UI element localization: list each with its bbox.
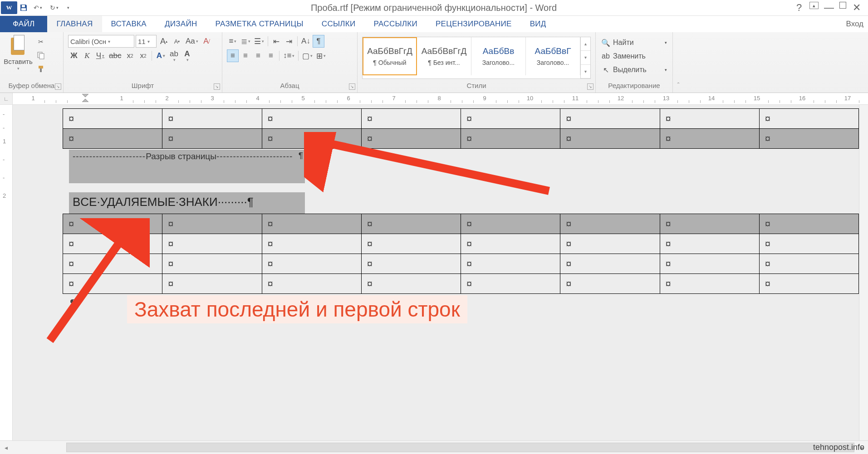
clipboard-dialog-launcher[interactable]: ↘ [55,83,61,90]
ruler-number: 17 [844,95,851,102]
select-button[interactable]: ↖Выделить ▾ [598,63,670,77]
binoculars-icon: 🔍 [601,39,610,47]
decrease-indent-button[interactable]: ⇤ [270,35,282,48]
borders-button[interactable]: ⊞▾ [315,49,327,62]
vertical-scrollbar[interactable] [859,105,868,440]
paragraph-dialog-launcher[interactable]: ↘ [349,83,355,90]
tab-file[interactable]: ФАЙЛ [0,16,47,32]
style-item[interactable]: АаБбВвГЗаголово... [526,37,580,75]
table-row[interactable]: ¤¤¤¤¤¤¤¤ [63,234,859,254]
styles-more-button[interactable]: ▴▾▾ [580,37,590,78]
group-label-editing: Редактирование [608,82,660,89]
find-button[interactable]: 🔍Найти ▾ [598,36,670,49]
table-row[interactable]: ¤¤¤¤¤¤¤¤ [63,214,859,234]
minimize-button[interactable]: — [824,2,834,14]
shading-button[interactable]: ▢▾ [301,49,314,62]
close-button[interactable]: ✕ [852,2,862,14]
ruler-number: 1 [31,95,34,102]
bold-button[interactable]: Ж [68,49,80,62]
document-area[interactable]: --1--2 ¤¤¤¤¤¤¤¤ ¤¤¤¤¤¤¤¤ ---------------… [0,105,868,440]
horizontal-ruler[interactable]: ∟ 11234567891011121314151617 [0,93,868,105]
save-button[interactable] [18,1,29,14]
scrollbar-thumb[interactable] [66,443,854,452]
tab-design[interactable]: ДИЗАЙН [156,16,206,32]
ruler-number: 1 [120,95,123,102]
replace-button[interactable]: abЗаменить [598,49,670,63]
maximize-button[interactable] [839,2,846,9]
redo-button[interactable]: ↻ ▾ [46,1,62,14]
clear-formatting-button[interactable]: A⧸ [201,35,213,48]
styles-dialog-launcher[interactable]: ↘ [587,83,593,90]
copy-button[interactable] [34,49,47,61]
vruler-mark: 2 [3,192,6,199]
svg-marker-6 [82,94,88,97]
cut-button[interactable]: ✂ [34,36,47,48]
table-1[interactable]: ¤¤¤¤¤¤¤¤ ¤¤¤¤¤¤¤¤ [63,108,859,149]
underline-button[interactable]: Ч▾ [94,49,106,62]
tab-review[interactable]: РЕЦЕНЗИРОВАНИЕ [427,16,521,32]
tab-mailings[interactable]: РАССЫЛКИ [365,16,427,32]
align-center-button[interactable]: ≡ [240,49,251,62]
italic-button[interactable]: К [81,49,93,62]
shrink-font-button[interactable]: A▾ [171,35,183,48]
table-row[interactable]: ¤¤¤¤¤¤¤¤ [63,129,859,149]
font-size-combo[interactable]: 11▾ [136,35,157,48]
font-dialog-launcher[interactable]: ↘ [214,83,220,90]
style-item[interactable]: АаБбВвГгД¶ Обычный [363,37,417,75]
vruler-mark: 1 [3,138,6,145]
scroll-left-button[interactable]: ◂ [0,441,12,454]
table-row[interactable]: ¤¤¤¤¤¤¤¤ [63,254,859,274]
increase-indent-button[interactable]: ⇥ [283,35,295,48]
ruler-number: 11 [572,95,579,102]
line-spacing-button[interactable]: ↕≡▾ [282,49,296,62]
table-row[interactable]: ¤¤¤¤¤¤¤¤ [63,274,859,294]
numbering-button[interactable]: ≣▾ [240,35,252,48]
svg-rect-3 [39,54,44,59]
collapse-ribbon-button[interactable]: ˆ [673,32,684,93]
sort-button[interactable]: A↓ [300,35,312,48]
show-hide-button[interactable]: ¶ [313,35,324,48]
ruler-number: 2 [165,95,168,102]
tab-insert[interactable]: ВСТАВКА [102,16,156,32]
vruler-mark: - [3,111,5,117]
group-styles: АаБбВвГгД¶ ОбычныйАаБбВвГгД¶ Без инт...А… [358,32,596,93]
tab-references[interactable]: ССЫЛКИ [313,16,365,32]
tab-view[interactable]: ВИД [521,16,555,32]
ruler-number: 3 [211,95,214,102]
sign-in-link[interactable]: Вход [842,16,868,32]
indent-marker[interactable] [82,94,88,102]
ruler-number: 9 [483,95,486,102]
bullets-button[interactable]: ≡▾ [227,35,239,48]
horizontal-scrollbar[interactable]: ◂ ▸ [0,440,868,454]
grow-font-button[interactable]: A▴ [158,35,170,48]
highlight-color-button[interactable]: ab▾ [168,49,180,62]
strikethrough-button[interactable]: abc [108,49,123,62]
undo-button[interactable]: ↶ ▾ [30,1,45,14]
align-right-button[interactable]: ≡ [252,49,264,62]
tab-layout[interactable]: РАЗМЕТКА СТРАНИЦЫ [206,16,313,32]
window-title: Проба.rtf [Режим ограниченной функционал… [74,3,794,13]
font-name-combo[interactable]: Calibri (Осн▾ [68,35,134,48]
multilevel-list-button[interactable]: ☰▾ [253,35,265,48]
qat-customize-button[interactable]: ▾ [63,1,74,14]
align-left-button[interactable]: ≡ [227,49,239,62]
tab-home[interactable]: ГЛАВНАЯ [47,16,102,32]
text-effects-button[interactable]: A▾ [155,49,167,62]
ruler-number: 6 [347,95,350,102]
superscript-button[interactable]: x2 [137,49,149,62]
format-painter-button[interactable] [34,63,47,75]
style-item[interactable]: АаБбВвГгД¶ Без инт... [417,37,471,75]
page: ¤¤¤¤¤¤¤¤ ¤¤¤¤¤¤¤¤ ----------------------… [13,108,859,311]
table-row[interactable]: ¤¤¤¤¤¤¤¤ [63,109,859,129]
help-button[interactable]: ? [794,2,804,14]
ruler-number: 16 [799,95,805,102]
ribbon-display-options-button[interactable]: ▴ [809,2,819,9]
subscript-button[interactable]: x2 [124,49,136,62]
table-2[interactable]: ¤¤¤¤¤¤¤¤ ¤¤¤¤¤¤¤¤ ¤¤¤¤¤¤¤¤ ¤¤¤¤¤¤¤¤ [63,214,859,294]
font-color-button[interactable]: A▾ [181,49,193,62]
change-case-button[interactable]: Aa▾ [184,35,200,48]
paste-button[interactable]: Вставить ▾ [3,34,34,82]
style-item[interactable]: АаБбВвЗаголово... [471,37,526,75]
vertical-ruler[interactable]: --1--2 [0,105,13,440]
justify-button[interactable]: ≡ [265,49,277,62]
